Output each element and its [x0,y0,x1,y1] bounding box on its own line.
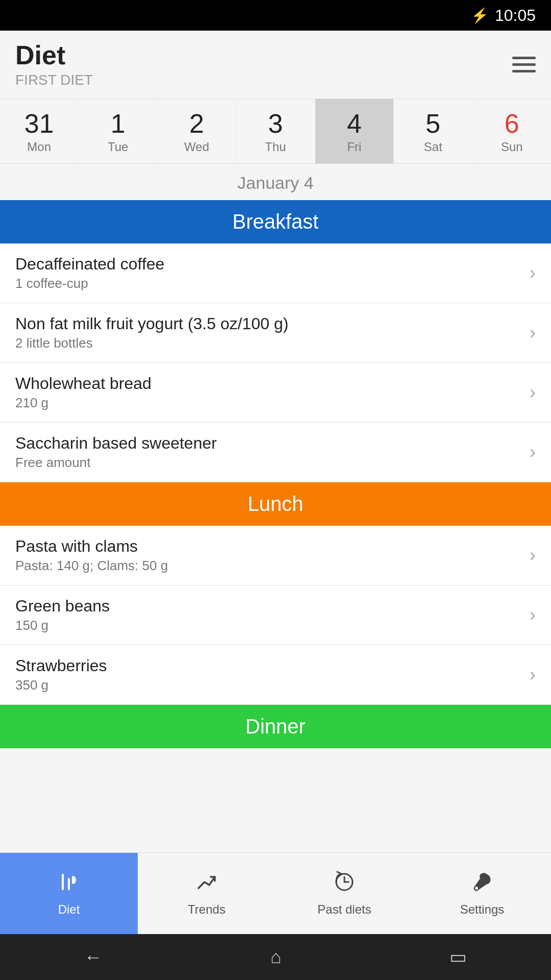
cal-day-name: Wed [184,140,209,154]
food-item-info: Strawberries350 g [15,656,107,693]
nav-icon [471,871,493,898]
app-subtitle: FIRST DIET [15,72,93,88]
breakfast-items: Decaffeinated coffee1 coffee-cup›Non fat… [0,243,551,482]
food-item-info: Decaffeinated coffee1 coffee-cup [15,255,164,291]
cal-number: 1 [111,110,126,137]
calendar-day-1[interactable]: 1Tue [79,99,157,163]
nav-icon [58,871,80,898]
nav-label: Settings [460,902,505,917]
content-area: Breakfast Decaffeinated coffee1 coffee-c… [0,200,551,881]
food-item-name: Pasta with clams [15,537,168,556]
app-title: Diet [15,41,93,70]
cal-number: 6 [505,110,519,137]
food-item-info: Pasta with clamsPasta: 140 g; Clams: 50 … [15,537,168,574]
food-item-detail: Pasta: 140 g; Clams: 50 g [15,558,168,574]
food-item-info: Green beans150 g [15,597,110,633]
android-nav: ← ⌂ ▭ [0,934,551,980]
food-item-detail: 350 g [15,677,107,693]
chevron-right-icon: › [530,382,536,403]
food-item[interactable]: Saccharin based sweetenerFree amount› [0,423,551,482]
cal-day-name: Sat [424,140,442,154]
food-item-info: Non fat milk fruit yogurt (3.5 oz/100 g)… [15,314,288,351]
lunch-header: Lunch [0,482,551,526]
chevron-right-icon: › [530,664,536,685]
header-title-block: Diet FIRST DIET [15,41,93,88]
dinner-header: Dinner [0,705,551,748]
calendar-day-6[interactable]: 6Sun [473,99,551,163]
chevron-right-icon: › [530,442,536,463]
chevron-right-icon: › [530,262,536,284]
nav-icon [333,871,356,898]
calendar-day-5[interactable]: 5Sat [394,99,472,163]
calendar-day-2[interactable]: 2Wed [158,99,236,163]
nav-item-trends[interactable]: Trends [138,853,276,934]
lunch-items: Pasta with clamsPasta: 140 g; Clams: 50 … [0,526,551,705]
svg-rect-1 [68,878,70,890]
food-item-name: Non fat milk fruit yogurt (3.5 oz/100 g) [15,314,288,333]
nav-item-past-diets[interactable]: Past diets [276,853,413,934]
food-item[interactable]: Wholewheat bread210 g› [0,363,551,423]
food-item-name: Decaffeinated coffee [15,255,164,274]
current-date-label: January 4 [0,164,551,200]
nav-label: Diet [58,902,80,917]
status-bar: ⚡ 10:05 [0,0,551,31]
svg-point-3 [475,887,478,890]
android-back[interactable]: ← [84,946,103,968]
calendar-day-4[interactable]: 4Fri [315,99,394,163]
nav-icon [195,871,218,898]
calendar-day-31[interactable]: 31Mon [0,99,79,163]
cal-day-name: Mon [27,140,51,154]
cal-number: 2 [189,110,204,137]
cal-day-name: Thu [265,140,286,154]
food-item-detail: 1 coffee-cup [15,276,164,291]
food-item-info: Saccharin based sweetenerFree amount [15,434,217,471]
cal-number: 4 [347,110,362,137]
cal-number: 31 [24,110,54,137]
cal-number: 5 [425,110,440,137]
battery-icon: ⚡ [471,7,489,24]
food-item-name: Green beans [15,597,110,616]
cal-day-name: Tue [108,140,128,154]
cal-day-name: Fri [347,140,361,154]
cal-number: 3 [268,110,283,137]
nav-label: Past diets [317,902,371,917]
chevron-right-icon: › [530,604,536,626]
food-item-name: Saccharin based sweetener [15,434,217,453]
android-recents[interactable]: ▭ [449,946,467,968]
nav-item-settings[interactable]: Settings [413,853,551,934]
food-item-detail: 210 g [15,395,152,411]
food-item[interactable]: Decaffeinated coffee1 coffee-cup› [0,243,551,303]
food-item[interactable]: Non fat milk fruit yogurt (3.5 oz/100 g)… [0,303,551,363]
food-item[interactable]: Strawberries350 g› [0,645,551,705]
breakfast-header: Breakfast [0,200,551,243]
food-item-detail: 150 g [15,618,110,633]
bottom-nav: Diet Trends Past diets Settings [0,852,551,934]
menu-button[interactable] [512,57,536,72]
calendar-day-3[interactable]: 3Thu [236,99,315,163]
cal-day-name: Sun [501,140,523,154]
app-header: Diet FIRST DIET [0,31,551,99]
calendar-strip: 31Mon1Tue2Wed3Thu4Fri5Sat6Sun [0,99,551,164]
food-item[interactable]: Pasta with clamsPasta: 140 g; Clams: 50 … [0,526,551,585]
food-item-name: Wholewheat bread [15,374,152,393]
nav-label: Trends [188,902,226,917]
chevron-right-icon: › [530,322,536,344]
android-home[interactable]: ⌂ [270,946,282,968]
food-item-name: Strawberries [15,656,107,675]
food-item-info: Wholewheat bread210 g [15,374,152,411]
status-time: 10:05 [495,6,536,25]
nav-item-diet[interactable]: Diet [0,853,138,934]
food-item[interactable]: Green beans150 g› [0,585,551,645]
svg-rect-0 [62,874,64,890]
chevron-right-icon: › [530,545,536,566]
food-item-detail: Free amount [15,455,217,471]
food-item-detail: 2 little bottles [15,335,288,351]
